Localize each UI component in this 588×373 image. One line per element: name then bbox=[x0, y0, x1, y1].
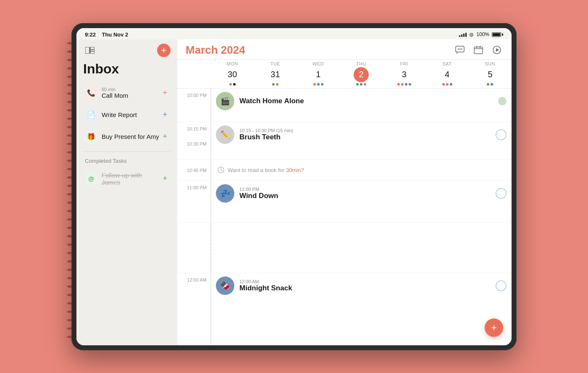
day-dots-fri bbox=[397, 83, 411, 86]
calendar-title: March 2024 bbox=[186, 44, 245, 57]
task-duration-call-mom: 60 min bbox=[102, 87, 161, 92]
day-dots-sun bbox=[487, 83, 493, 86]
day-col-tue[interactable]: Tue 31 bbox=[254, 61, 297, 86]
day-dots-sat bbox=[442, 83, 452, 86]
svg-point-6 bbox=[459, 49, 461, 50]
day-number-tue: 31 bbox=[268, 67, 283, 82]
day-dots-tue bbox=[272, 83, 278, 86]
day-dots-mon bbox=[229, 83, 236, 86]
suggestion-text-book: Want to read a book for 30min? bbox=[228, 167, 304, 173]
day-label-mon: Mon bbox=[227, 61, 238, 66]
event-title-brush-teeth: Brush Teeth bbox=[239, 133, 293, 141]
event-info-wind-down: 11:00 PM Wind Down bbox=[239, 187, 278, 200]
timeline[interactable]: 10:00 PM 🎬 Watch Home Alone bbox=[177, 89, 512, 345]
task-name-call-mom: Call Mom bbox=[102, 92, 161, 99]
day-col-thu[interactable]: Thu 2 bbox=[340, 61, 383, 86]
task-add-buy-present[interactable]: + bbox=[161, 130, 169, 143]
event-icon-wind-down: 💤 bbox=[216, 184, 234, 203]
day-col-mon[interactable]: Mon 30 bbox=[211, 61, 254, 86]
event-wind-down[interactable]: 💤 11:00 PM Wind Down bbox=[216, 184, 507, 203]
svg-rect-0 bbox=[85, 47, 89, 54]
day-number-mon: 30 bbox=[225, 67, 240, 82]
task-item-call-mom[interactable]: 📞 60 min Call Mom + bbox=[81, 83, 173, 104]
status-bar: 9:22 Thu Nov 2 ⊜ 100% bbox=[76, 28, 512, 39]
event-icon-watch-home-alone: 🎬 bbox=[216, 92, 234, 110]
task-info-follow-up: Follow-up with James bbox=[102, 172, 161, 186]
add-task-button[interactable]: + bbox=[157, 44, 171, 57]
day-number-thu: 2 bbox=[354, 67, 369, 82]
time-label-1045pm: 10:45 PM bbox=[177, 167, 211, 173]
battery-icon bbox=[492, 32, 503, 37]
status-right: ⊜ 100% bbox=[459, 31, 503, 38]
svg-point-7 bbox=[461, 49, 462, 50]
play-icon-button[interactable] bbox=[491, 44, 503, 56]
task-info-write-report: Write Report bbox=[102, 111, 161, 118]
empty-time-block bbox=[177, 223, 512, 273]
ipad-screen: 9:22 Thu Nov 2 ⊜ 100% bbox=[76, 28, 512, 345]
event-icon-midnight-snack: 🍫 bbox=[216, 276, 234, 295]
event-time-wind-down: 11:00 PM bbox=[239, 187, 278, 192]
day-label-fri: Fri bbox=[400, 61, 408, 66]
day-col-sun[interactable]: Sun 5 bbox=[469, 61, 512, 86]
clock-icon bbox=[218, 167, 224, 173]
svg-rect-1 bbox=[90, 47, 94, 54]
task-icon-buy-present: 🎁 bbox=[85, 130, 97, 143]
task-item-follow-up[interactable]: @ Follow-up with James + bbox=[81, 167, 173, 190]
day-dots-thu bbox=[356, 83, 366, 86]
event-title-midnight-snack: Midnight Snack bbox=[239, 284, 292, 292]
calendar-header: March 2024 bbox=[177, 39, 512, 60]
day-dots-wed bbox=[313, 83, 323, 86]
event-midnight-snack[interactable]: 🍫 12:00 AM Midnight Snack bbox=[216, 276, 507, 295]
event-check-brush-teeth[interactable] bbox=[496, 129, 507, 140]
day-label-sat: Sat bbox=[443, 61, 452, 66]
svg-marker-13 bbox=[496, 48, 499, 52]
day-col-fri[interactable]: Fri 3 bbox=[383, 61, 425, 86]
sidebar-divider bbox=[83, 151, 171, 152]
day-label-thu: Thu bbox=[356, 61, 366, 66]
calendar-area: March 2024 bbox=[177, 39, 512, 345]
task-icon-write-report: 📄 bbox=[85, 109, 97, 121]
task-add-write-report[interactable]: + bbox=[161, 109, 169, 121]
event-brush-teeth[interactable]: ✏️ 10:15 - 10:30 PM (15 min) Brush Teeth bbox=[216, 125, 507, 144]
time-label-1200am: 12:00 AM bbox=[177, 273, 211, 282]
time-gutter-header bbox=[177, 61, 211, 86]
task-icon-call-mom: 📞 bbox=[85, 87, 97, 99]
day-col-sat[interactable]: Sat 4 bbox=[425, 61, 468, 86]
battery-percent: 100% bbox=[476, 31, 489, 37]
event-title-watch-home-alone: Watch Home Alone bbox=[239, 97, 304, 105]
sidebar-toggle-button[interactable] bbox=[83, 44, 97, 57]
task-item-buy-present[interactable]: 🎁 Buy Present for Amy + bbox=[81, 126, 173, 147]
event-time-midnight-snack: 12:00 AM bbox=[239, 279, 292, 284]
task-name-write-report: Write Report bbox=[102, 111, 161, 118]
event-icon-brush-teeth: ✏️ bbox=[216, 125, 234, 144]
event-check-midnight-snack[interactable] bbox=[496, 280, 507, 291]
day-number-sun: 5 bbox=[483, 67, 498, 82]
time-label-1015pm: 10:15 PM bbox=[177, 122, 211, 131]
app-content: + Inbox 📞 60 min Call Mom + bbox=[76, 39, 512, 345]
event-title-wind-down: Wind Down bbox=[239, 192, 278, 200]
day-number-fri: 3 bbox=[396, 67, 412, 82]
task-add-follow-up[interactable]: + bbox=[161, 172, 169, 185]
event-info-watch-home-alone: Watch Home Alone bbox=[239, 97, 304, 105]
message-icon-button[interactable] bbox=[454, 44, 466, 56]
calendar-view-icon-button[interactable] bbox=[472, 44, 485, 56]
day-label-tue: Tue bbox=[270, 61, 281, 66]
day-label-sun: Sun bbox=[485, 61, 495, 66]
week-days: Mon 30 Tue 31 bbox=[211, 61, 512, 86]
svg-point-5 bbox=[458, 49, 459, 50]
sidebar: + Inbox 📞 60 min Call Mom + bbox=[76, 39, 177, 345]
task-add-call-mom[interactable]: + bbox=[161, 87, 169, 99]
day-number-sat: 4 bbox=[440, 67, 455, 82]
completed-task-list: @ Follow-up with James + bbox=[76, 167, 177, 190]
status-time: 9:22 Thu Nov 2 bbox=[85, 31, 128, 38]
event-done-watch bbox=[498, 97, 507, 105]
event-info-brush-teeth: 10:15 - 10:30 PM (15 min) Brush Teeth bbox=[239, 128, 293, 141]
event-watch-home-alone[interactable]: 🎬 Watch Home Alone bbox=[216, 92, 507, 110]
signal-icon bbox=[459, 32, 467, 37]
task-info-buy-present: Buy Present for Amy bbox=[102, 133, 161, 140]
task-item-write-report[interactable]: 📄 Write Report + bbox=[81, 104, 173, 125]
add-event-fab[interactable]: + bbox=[485, 318, 503, 337]
event-check-wind-down[interactable] bbox=[496, 188, 507, 199]
completed-tasks-label: Completed Tasks bbox=[76, 156, 177, 167]
day-col-wed[interactable]: Wed 1 bbox=[297, 61, 340, 86]
